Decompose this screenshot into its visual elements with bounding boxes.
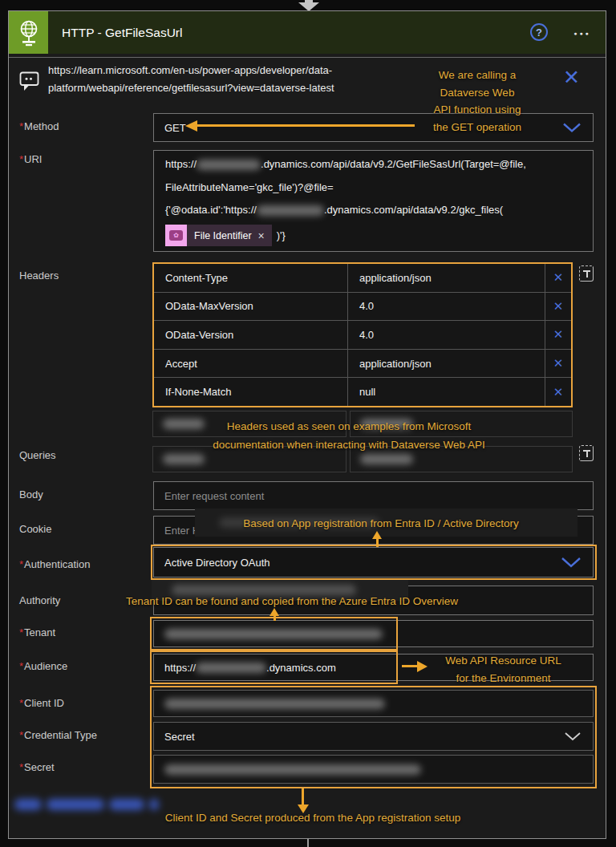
uri-label: *URI: [19, 153, 42, 165]
delete-header-icon[interactable]: ✕: [545, 293, 571, 321]
header-row: If-None-Match null ✕: [154, 378, 571, 406]
required-marker: *: [19, 153, 23, 165]
method-label: *Method: [19, 120, 59, 132]
uri-line3-prefix: {'@odata.id':'https://: [165, 204, 257, 216]
redacted-client-id: [164, 699, 385, 709]
header-row: OData-MaxVersion 4.0 ✕: [154, 293, 571, 322]
uri-line4-suffix: )'}: [277, 229, 286, 241]
header-key-cell[interactable]: OData-MaxVersion: [154, 293, 348, 321]
comment-url-line1: https://learn.microsoft.com/en-us/power-…: [48, 64, 332, 76]
cookie-label: Cookie: [19, 523, 51, 535]
header-value-cell[interactable]: 4.0: [348, 293, 545, 321]
annotation-arrow-bottom-head: [298, 804, 309, 813]
http-connector-icon: [9, 11, 48, 54]
header-row: OData-Version 4.0 ✕: [154, 321, 571, 350]
uri-input[interactable]: https://.dynamics.com/api/data/v9.2/GetF…: [153, 150, 594, 252]
header-key-cell[interactable]: OData-Version: [154, 321, 348, 349]
secret-input[interactable]: [153, 755, 594, 784]
uri-line2: FileAttributeName='gkc_file')?@file=: [165, 181, 334, 193]
audience-prefix: https://: [164, 662, 196, 674]
authentication-label: *Authentication: [19, 558, 90, 570]
action-header-bar[interactable]: HTTP - GetFileSasUrl ? ●●●: [9, 11, 606, 54]
delete-header-icon[interactable]: ✕: [545, 350, 571, 378]
queries-text-mode-icon[interactable]: [579, 445, 594, 461]
annotation-audience: Web API Resource URL for the Environment: [425, 652, 582, 687]
credential-type-value: Secret: [164, 731, 195, 743]
annotation-authority: Tenant ID can be found and copied from t…: [76, 592, 508, 610]
dynamic-content-token[interactable]: ✿ File Identifier ×: [165, 225, 272, 246]
chevron-down-icon[interactable]: [562, 123, 582, 133]
power-automate-http-action: HTTP - GetFileSasUrl ? ●●● https://learn…: [0, 0, 616, 847]
action-title: HTTP - GetFileSasUrl: [62, 11, 182, 54]
annotation-arrow-tenant-line: [274, 614, 276, 621]
chevron-down-icon[interactable]: [561, 557, 582, 568]
help-icon[interactable]: ?: [530, 23, 548, 41]
menu-ellipsis-icon[interactable]: ●●●: [564, 21, 601, 45]
client-id-input[interactable]: [153, 690, 594, 717]
close-comment-icon[interactable]: ✕: [563, 67, 580, 87]
uri-line3-suffix: .dynamics.com/api/data/v9.2/gkc_files(: [324, 204, 503, 216]
help-glyph: ?: [536, 26, 542, 38]
comment-url-text[interactable]: https://learn.microsoft.com/en-us/power-…: [48, 62, 438, 97]
authentication-dropdown[interactable]: Active Directory OAuth: [153, 547, 594, 578]
header-key-cell[interactable]: If-None-Match: [154, 378, 348, 406]
required-marker: *: [19, 660, 23, 672]
body-input[interactable]: Enter request content: [153, 481, 594, 510]
annotation-arrow-audience-line: [402, 665, 417, 667]
comment-url-line2: platform/webapi/reference/getfilesasurl?…: [48, 82, 334, 94]
header-row: Content-Type application/json ✕: [154, 264, 571, 293]
body-placeholder: Enter request content: [164, 490, 264, 502]
required-marker: *: [19, 729, 23, 741]
required-marker: *: [19, 697, 23, 709]
header-value-cell[interactable]: application/json: [348, 264, 545, 292]
token-label: File Identifier: [194, 230, 252, 241]
redacted-tenant-id: [164, 629, 383, 639]
annotation-arrow-method-head: [185, 120, 197, 132]
delete-header-icon[interactable]: ✕: [545, 321, 571, 349]
header-key-cell[interactable]: Accept: [154, 350, 348, 378]
credential-type-dropdown[interactable]: Secret: [153, 722, 594, 751]
redacted-word: [14, 799, 42, 810]
redacted-org-name: [257, 205, 324, 216]
headers-text-mode-icon[interactable]: [579, 265, 594, 282]
tenant-input[interactable]: [153, 620, 594, 647]
authority-label: Authority: [19, 594, 60, 606]
redacted-org-name: [197, 160, 261, 170]
header-key-cell[interactable]: Content-Type: [154, 264, 348, 292]
annotation-arrow-method-line: [197, 124, 415, 127]
annotation-cookie: Based on App registration from Entra ID …: [184, 514, 578, 533]
required-marker: *: [19, 558, 23, 570]
redacted-word: [47, 799, 104, 810]
annotation-bottom: Client ID and Secret produced from the A…: [112, 808, 513, 827]
ellipsis-glyph: ●●●: [573, 30, 591, 36]
secret-label: *Secret: [19, 761, 55, 773]
audience-label: *Audience: [19, 660, 67, 672]
redacted-org-name: [196, 663, 266, 673]
flow-connector-line-bottom: [307, 839, 309, 847]
annotation-arrow-bottom-line: [302, 788, 304, 804]
header-row: Accept application/json ✕: [154, 350, 571, 379]
audience-suffix: .dynamics.com: [266, 662, 336, 674]
powerapps-flower-glyph: ✿: [169, 230, 183, 241]
header-value-cell[interactable]: null: [348, 378, 545, 406]
header-value-cell[interactable]: 4.0: [348, 321, 545, 349]
queries-label: Queries: [19, 449, 56, 461]
body-label: Body: [19, 488, 43, 500]
client-id-label: *Client ID: [19, 697, 64, 709]
header-value-cell[interactable]: application/json: [348, 350, 545, 378]
headers-label: Headers: [19, 270, 59, 282]
token-remove-icon[interactable]: ×: [258, 229, 265, 242]
redacted-placeholder: [360, 454, 413, 464]
delete-header-icon[interactable]: ✕: [545, 264, 571, 292]
required-marker: *: [19, 120, 23, 132]
annotation-arrow-auth-line: [376, 538, 379, 547]
close-glyph: ✕: [563, 66, 580, 88]
header-divider: [9, 57, 606, 58]
headers-table: Content-Type application/json ✕ OData-Ma…: [152, 262, 573, 407]
delete-header-icon[interactable]: ✕: [545, 378, 571, 406]
chevron-down-icon[interactable]: [564, 732, 582, 741]
uri-line1-suffix: .dynamics.com/api/data/v9.2/GetFileSasUr…: [261, 158, 526, 170]
annotation-arrow-audience-head: [417, 661, 428, 672]
powerapps-token-icon: ✿: [165, 225, 187, 246]
annotation-method: We are calling a Dataverse Web API funct…: [405, 67, 549, 136]
